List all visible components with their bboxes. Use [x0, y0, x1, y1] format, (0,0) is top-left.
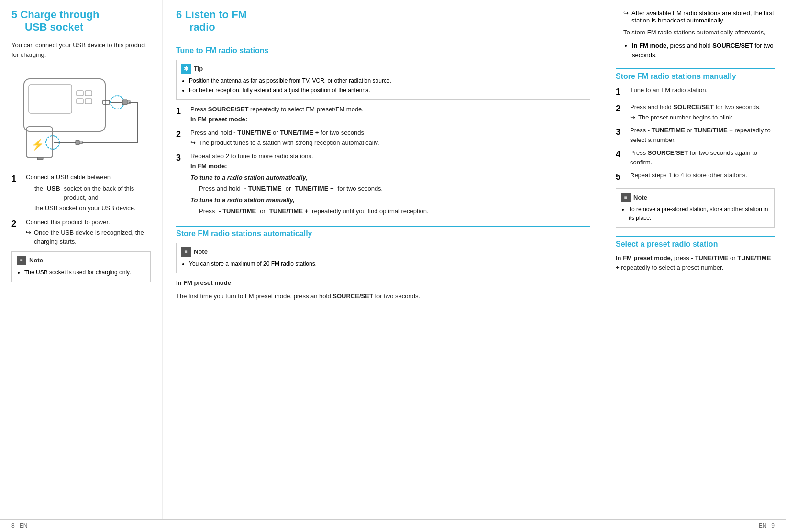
svg-rect-3 — [85, 91, 92, 96]
store-auto-note-list: You can store a maximum of 20 FM radio s… — [189, 260, 585, 268]
tune-tip-box: ✱ Tip Position the antenna as far as pos… — [176, 60, 590, 100]
note-icon: ≡ — [17, 256, 26, 265]
tune-step-1: 1 Press SOURCE/SET repeatedly to select … — [176, 105, 590, 124]
svg-rect-2 — [77, 91, 83, 96]
manual-note-item: To remove a pre-stored station, store an… — [629, 205, 769, 222]
manual-step-4: 4 Press SOURCE/SET for two seconds again… — [616, 148, 775, 167]
svg-rect-6 — [103, 100, 110, 104]
section-5-num: 5 — [11, 9, 17, 21]
page-num-left: 8 — [11, 522, 15, 529]
store-auto-note-label: Note — [194, 248, 208, 255]
note-item-1: The USB socket is used for charging only… — [24, 268, 145, 277]
step-5-1-bullet-1: the USB socket on the back of this produ… — [34, 184, 151, 203]
section-6-num: 6 — [176, 9, 182, 21]
note-list: The USB socket is used for charging only… — [24, 268, 145, 277]
svg-rect-9 — [122, 100, 127, 105]
auto-tune-bullets: Press and hold - TUNE/TIME or TUNE/TIME … — [199, 184, 590, 194]
manual-steps: 1 Tune to an FM radio station. 2 Press a… — [616, 86, 775, 184]
preset-text: In FM preset mode, press - TUNE/TIME or … — [616, 253, 775, 272]
section-6-heading: 6 Listen to FM radio — [176, 9, 590, 34]
section-5-steps: 1 Connect a USB cable between the USB so… — [11, 173, 151, 247]
section-5-intro: You can connect your USB device to this … — [11, 41, 151, 60]
svg-rect-4 — [77, 99, 83, 104]
store-auto-intro: In FM preset mode: — [176, 278, 590, 288]
manual-note-box: ≡ Note To remove a pre-stored station, s… — [616, 188, 775, 228]
section-5-note: ≡ Note The USB socket is used for chargi… — [11, 251, 151, 282]
subsection-manual-heading: Store FM radio stations manually — [616, 68, 775, 81]
tune-steps: 1 Press SOURCE/SET repeatedly to select … — [176, 105, 590, 217]
section-5-heading: 5 Charge through USB socket — [11, 9, 151, 34]
section-6-title-2: radio — [189, 21, 215, 33]
tip-label: Tip — [194, 65, 203, 72]
manual-step-2: 2 Press and hold SOURCE/SET for two seco… — [616, 102, 775, 122]
right-column: ↪ After available FM radio stations are … — [604, 0, 786, 519]
svg-rect-5 — [85, 99, 92, 104]
tip-icon: ✱ — [181, 64, 191, 74]
manual-note-label: Note — [633, 194, 647, 201]
tip-list: Position the antenna as far as possible … — [189, 76, 585, 95]
svg-rect-19 — [79, 141, 82, 144]
store-auto-text: The first time you turn to FM preset mod… — [176, 292, 590, 301]
svg-rect-18 — [76, 140, 79, 145]
auto-tune-bullet-1: Press and hold - TUNE/TIME or TUNE/TIME … — [199, 184, 590, 194]
manual-note-header: ≡ Note — [621, 193, 769, 202]
svg-rect-16 — [37, 157, 43, 160]
section-6-title-1: Listen to FM — [185, 9, 247, 21]
store-afterwards-label: To store FM radio stations automatically… — [623, 28, 775, 37]
svg-rect-0 — [24, 79, 105, 131]
svg-text:⚡: ⚡ — [31, 138, 44, 151]
manual-tune-bullets: Press - TUNE/TIME or TUNE/TIME + repeate… — [199, 206, 590, 216]
manual-step-3: 3 Press - TUNE/TIME or TUNE/TIME + repea… — [616, 126, 775, 144]
store-auto-note-box: ≡ Note You can store a maximum of 20 FM … — [176, 243, 590, 273]
footer-right: EN 9 — [759, 522, 775, 529]
section-5-title-line2: USB socket — [25, 21, 83, 33]
tune-step-2: 2 Press and hold - TUNE/TIME or TUNE/TIM… — [176, 128, 590, 148]
subsection-store-auto-heading: Store FM radio stations automatically — [176, 226, 590, 238]
right-arrow-text: After available FM radio stations are st… — [631, 10, 775, 24]
subsection-tune-heading: Tune to FM radio stations — [176, 43, 590, 55]
manual-tune-bullet-1: Press - TUNE/TIME or TUNE/TIME + repeate… — [199, 206, 590, 216]
store-auto-note-item: You can store a maximum of 20 FM radio s… — [189, 260, 585, 268]
section-5-column: 5 Charge through USB socket You can conn… — [0, 0, 163, 519]
step-5-1: 1 Connect a USB cable between the USB so… — [11, 173, 151, 214]
store-auto-fm-bullet: In FM mode, press and hold SOURCE/SET fo… — [632, 41, 775, 60]
store-auto-note-icon: ≡ — [181, 247, 191, 257]
store-auto-note-header: ≡ Note — [181, 247, 585, 257]
manual-note-icon: ≡ — [621, 193, 631, 202]
note-header: ≡ Note — [17, 256, 145, 265]
page-footer: 8 EN EN 9 — [0, 519, 786, 532]
step-5-2: 2 Connect this product to power. ↪ Once … — [11, 217, 151, 247]
tip-item-2: For better reception, fully extend and a… — [189, 86, 585, 95]
footer-left: 8 EN — [11, 522, 27, 529]
section-5-title-line1: Charge through — [20, 9, 99, 21]
store-auto-fm-bullet-1: In FM mode, press and hold SOURCE/SET fo… — [632, 41, 775, 60]
tip-item-1: Position the antenna as far as possible … — [189, 76, 585, 85]
tip-header: ✱ Tip — [181, 64, 585, 74]
step-5-1-bullet-2: the USB socket on your USB device. — [34, 204, 151, 213]
manual-step-1: 1 Tune to an FM radio station. — [616, 86, 775, 98]
lang-right: EN — [759, 522, 767, 529]
subsection-preset-heading: Select a preset radio station — [616, 236, 775, 249]
lang-left: EN — [20, 522, 28, 529]
note-label: Note — [29, 257, 43, 264]
manual-note-list: To remove a pre-stored station, store an… — [629, 205, 769, 222]
usb-illustration: ⚡ — [14, 65, 148, 165]
right-arrow-note: ↪ After available FM radio stations are … — [616, 10, 775, 60]
manual-step-5: 5 Repeat steps 1 to 4 to store other sta… — [616, 171, 775, 184]
tune-step-3: 3 Repeat step 2 to tune to more radio st… — [176, 152, 590, 217]
section-6-column: 6 Listen to FM radio Tune to FM radio st… — [163, 0, 604, 519]
svg-rect-1 — [29, 85, 72, 113]
page-num-right: 9 — [771, 522, 775, 529]
